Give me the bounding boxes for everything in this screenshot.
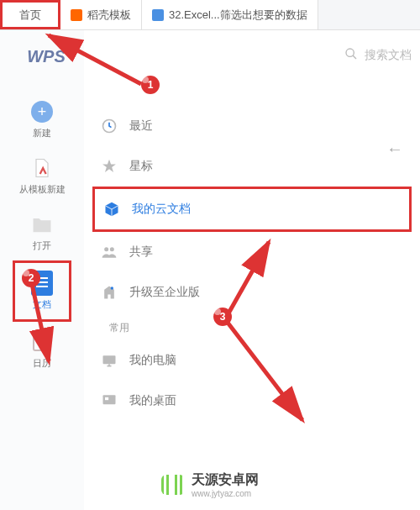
item-label: 我的云文档 <box>132 202 191 217</box>
list-share[interactable]: 共享 <box>92 232 412 272</box>
list-enterprise[interactable]: 升级至企业版 <box>92 272 412 313</box>
computer-icon <box>101 352 118 369</box>
tab-docer[interactable]: 稻壳模板 <box>60 0 142 29</box>
watermark-title: 天源安卓网 <box>192 471 259 489</box>
nav-docs[interactable]: 文档 <box>13 260 71 322</box>
svg-point-4 <box>111 287 113 289</box>
item-label: 我的桌面 <box>129 393 176 408</box>
nav-calendar[interactable]: 31 日历 <box>13 322 71 378</box>
building-icon <box>101 284 118 301</box>
list-recent[interactable]: 最近 <box>92 106 412 146</box>
marker-3: 3 <box>213 308 232 326</box>
nav-new[interactable]: + 新建 <box>13 92 71 148</box>
nav-label: 新建 <box>33 127 51 139</box>
svg-rect-6 <box>103 395 116 404</box>
section-common: 常用 <box>92 313 412 340</box>
list-star[interactable]: 星标 <box>92 146 412 187</box>
watermark-logo-icon <box>161 473 185 497</box>
svg-point-3 <box>110 247 114 251</box>
desktop-icon <box>101 392 118 409</box>
clock-icon <box>101 118 118 134</box>
content: WPS + 新建 从模板新建 打开 文档 31 日历 <box>0 30 420 510</box>
item-label: 我的电脑 <box>129 353 176 368</box>
nav-label: 打开 <box>33 239 51 252</box>
cube-icon <box>103 201 120 218</box>
item-label: 最近 <box>129 118 153 134</box>
item-label: 星标 <box>129 159 153 174</box>
nav-open[interactable]: 打开 <box>13 204 71 260</box>
search-placeholder: 搜索文档 <box>365 48 412 63</box>
nav-label: 从模板新建 <box>19 183 66 196</box>
item-label: 共享 <box>129 244 153 260</box>
item-label: 升级至企业版 <box>129 285 200 300</box>
list-cloud-docs[interactable]: 我的云文档 <box>92 187 412 232</box>
tab-label: 稻壳模板 <box>87 8 131 23</box>
tab-label: 32.Excel...筛选出想要的数据 <box>169 8 307 23</box>
star-icon <box>101 158 118 175</box>
watermark: 天源安卓网 www.jytyaz.com <box>0 471 420 498</box>
svg-rect-5 <box>103 355 116 364</box>
back-arrow-icon[interactable]: ← <box>386 139 403 159</box>
nav-list: 最近 星标 我的云文档 共享 升级至企业版 常用 我的电脑 <box>84 106 420 421</box>
tab-bar: 首页 稻壳模板 32.Excel...筛选出想要的数据 <box>0 0 420 30</box>
watermark-url: www.jytyaz.com <box>192 489 259 498</box>
left-sidebar: WPS + 新建 从模板新建 打开 文档 31 日历 <box>0 30 84 510</box>
wps-logo: WPS <box>18 47 66 66</box>
folder-open-icon <box>30 213 54 236</box>
svg-point-0 <box>346 49 354 56</box>
list-computer[interactable]: 我的电脑 <box>92 340 412 381</box>
template-icon <box>30 156 54 180</box>
calendar-icon: 31 <box>30 330 54 354</box>
svg-point-2 <box>104 247 108 251</box>
marker-2: 2 <box>22 269 40 287</box>
docer-icon <box>71 9 82 21</box>
svg-rect-7 <box>105 397 108 400</box>
nav-label: 日历 <box>33 357 51 370</box>
share-icon <box>101 244 118 260</box>
nav-template[interactable]: 从模板新建 <box>13 148 71 204</box>
marker-1: 1 <box>141 76 160 94</box>
tab-excel[interactable]: 32.Excel...筛选出想要的数据 <box>142 0 318 29</box>
search-bar[interactable]: 搜索文档 <box>344 47 412 64</box>
nav-label: 文档 <box>33 298 51 311</box>
list-desktop[interactable]: 我的桌面 <box>92 381 412 421</box>
main-panel: 搜索文档 ← 最近 星标 我的云文档 共享 升级至企业版 <box>84 30 420 510</box>
excel-icon <box>152 9 164 21</box>
search-icon <box>344 47 358 64</box>
plus-icon: + <box>30 100 54 124</box>
tab-home[interactable]: 首页 <box>0 0 60 29</box>
